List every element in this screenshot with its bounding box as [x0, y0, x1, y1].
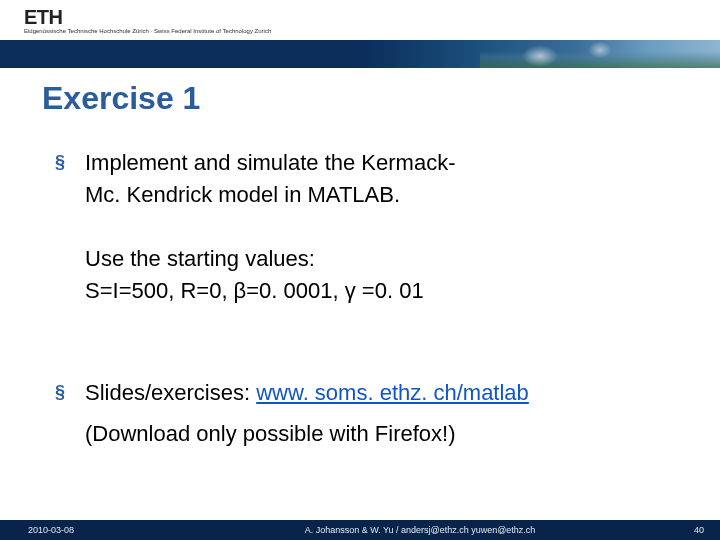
footer-date: 2010-03-08: [0, 525, 170, 535]
bullet-1: § Implement and simulate the Kermack- Mc…: [55, 147, 670, 211]
slide-content: § Implement and simulate the Kermack- Mc…: [0, 117, 720, 451]
eth-logo: ETH: [24, 6, 63, 29]
slide-footer: 2010-03-08 A. Johansson & W. Yu / anders…: [0, 520, 720, 540]
download-note: (Download only possible with Firefox!): [85, 417, 670, 451]
header-strip: [0, 40, 720, 68]
bullet-marker: §: [55, 377, 85, 409]
eth-subline: Eidgenössische Technische Hochschule Zür…: [24, 28, 271, 34]
bullet-2: § Slides/exercises: www. soms. ethz. ch/…: [55, 377, 670, 409]
use-line1: Use the starting values:: [85, 246, 315, 271]
footer-page: 40: [670, 525, 720, 535]
slide-title: Exercise 1: [0, 62, 720, 117]
header-top: ETH Eidgenössische Technische Hochschule…: [0, 0, 720, 40]
bullet-1-line2: Mc. Kendrick model in MATLAB.: [85, 182, 400, 207]
footer-author: A. Johansson & W. Yu / andersj@ethz.ch y…: [170, 525, 670, 535]
bullet-2-prefix: Slides/exercises:: [85, 380, 256, 405]
use-line2: S=I=500, R=0, β=0. 0001, γ =0. 01: [85, 278, 424, 303]
bullet-1-text: Implement and simulate the Kermack- Mc. …: [85, 147, 456, 211]
starting-values: Use the starting values: S=I=500, R=0, β…: [85, 243, 670, 307]
bullet-1-line1: Implement and simulate the Kermack-: [85, 150, 456, 175]
slides-link[interactable]: www. soms. ethz. ch/matlab: [256, 380, 529, 405]
bullet-2-text: Slides/exercises: www. soms. ethz. ch/ma…: [85, 377, 529, 409]
slide-header: ETH Eidgenössische Technische Hochschule…: [0, 0, 720, 62]
bullet-marker: §: [55, 147, 85, 211]
